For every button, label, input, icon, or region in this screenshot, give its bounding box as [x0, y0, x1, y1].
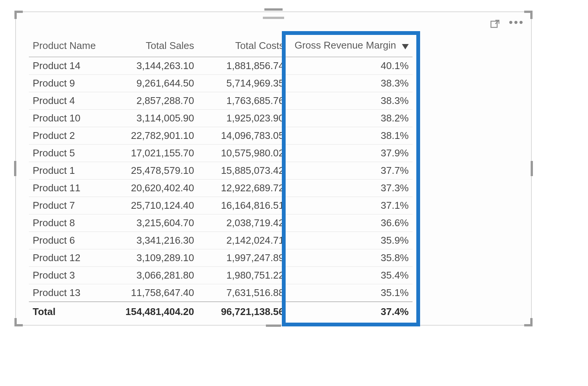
- table-row[interactable]: Product 517,021,155.7010,575,980.0237.9%: [29, 144, 413, 162]
- column-header-label: Gross Revenue Margin: [294, 39, 396, 51]
- cell-total-costs: 12,922,689.72: [198, 179, 288, 197]
- cell-total-costs: 10,575,980.02: [198, 144, 288, 162]
- cell-product-name: Product 3: [29, 266, 107, 284]
- sort-descending-icon: [402, 40, 409, 52]
- cell-total-sales: 25,710,124.40: [107, 197, 198, 214]
- focus-mode-icon[interactable]: [490, 19, 500, 30]
- data-table: Product Name Total Sales Total Costs Gro…: [29, 36, 413, 320]
- table-header-row: Product Name Total Sales Total Costs Gro…: [29, 36, 413, 57]
- table-row[interactable]: Product 725,710,124.4016,164,816.5137.1%: [29, 197, 413, 214]
- cell-total-costs: 1,980,751.22: [198, 266, 288, 284]
- cell-product-name: Product 5: [29, 144, 107, 162]
- cell-product-name: Product 2: [29, 127, 107, 144]
- cell-gross-revenue-margin: 37.3%: [288, 179, 413, 197]
- cell-product-name: Product 6: [29, 232, 107, 249]
- drag-handle-icon[interactable]: [264, 8, 283, 11]
- column-header-total-costs[interactable]: Total Costs: [198, 36, 288, 57]
- table-row[interactable]: Product 125,478,579.1015,885,073.4237.7%: [29, 162, 413, 179]
- cell-gross-revenue-margin: 35.1%: [288, 284, 413, 302]
- cell-product-name: Product 10: [29, 109, 107, 127]
- more-options-icon[interactable]: •••: [509, 20, 524, 28]
- cell-total-sales: 22,782,901.10: [107, 127, 198, 144]
- cell-total-sales: 3,066,281.80: [107, 266, 198, 284]
- total-sales: 154,481,404.20: [107, 302, 198, 320]
- total-margin: 37.4%: [288, 302, 413, 320]
- cell-product-name: Product 8: [29, 214, 107, 232]
- cell-gross-revenue-margin: 37.9%: [288, 144, 413, 162]
- column-header-product-name[interactable]: Product Name: [29, 36, 107, 57]
- cell-total-sales: 9,261,644.50: [107, 74, 198, 92]
- cell-product-name: Product 13: [29, 284, 107, 302]
- total-label: Total: [29, 302, 107, 320]
- table-row[interactable]: Product 42,857,288.701,763,685.7638.3%: [29, 92, 413, 109]
- cell-gross-revenue-margin: 38.3%: [288, 92, 413, 109]
- cell-gross-revenue-margin: 37.1%: [288, 197, 413, 214]
- table-row[interactable]: Product 1120,620,402.4012,922,689.7237.3…: [29, 179, 413, 197]
- table-visual-container[interactable]: ••• Product Name Total Sales Total Costs…: [15, 11, 532, 326]
- cell-gross-revenue-margin: 37.7%: [288, 162, 413, 179]
- cell-total-sales: 3,109,289.10: [107, 249, 198, 266]
- resize-handle-top-left[interactable]: [14, 11, 23, 19]
- cell-product-name: Product 4: [29, 92, 107, 109]
- cell-total-costs: 1,881,856.74: [198, 57, 288, 75]
- table-row[interactable]: Product 103,114,005.901,925,023.9038.2%: [29, 109, 413, 127]
- resize-handle-bottom[interactable]: [266, 325, 281, 327]
- cell-gross-revenue-margin: 36.6%: [288, 214, 413, 232]
- cell-gross-revenue-margin: 38.1%: [288, 127, 413, 144]
- cell-total-sales: 25,478,579.10: [107, 162, 198, 179]
- table-row[interactable]: Product 99,261,644.505,714,969.3538.3%: [29, 74, 413, 92]
- cell-product-name: Product 7: [29, 197, 107, 214]
- table-row[interactable]: Product 63,341,216.302,142,024.7135.9%: [29, 232, 413, 249]
- resize-handle-right[interactable]: [531, 161, 533, 176]
- table-row[interactable]: Product 222,782,901.1014,096,783.0538.1%: [29, 127, 413, 144]
- table-total-row: Total 154,481,404.20 96,721,138.56 37.4%: [29, 302, 413, 320]
- column-header-gross-revenue-margin[interactable]: Gross Revenue Margin: [288, 36, 413, 57]
- cell-total-costs: 1,925,023.90: [198, 109, 288, 127]
- cell-product-name: Product 14: [29, 57, 107, 75]
- cell-total-costs: 7,631,516.88: [198, 284, 288, 302]
- cell-product-name: Product 12: [29, 249, 107, 266]
- cell-total-costs: 2,038,719.42: [198, 214, 288, 232]
- cell-total-costs: 2,142,024.71: [198, 232, 288, 249]
- cell-total-costs: 1,997,247.89: [198, 249, 288, 266]
- table-row[interactable]: Product 123,109,289.101,997,247.8935.8%: [29, 249, 413, 266]
- table-row[interactable]: Product 83,215,604.702,038,719.4236.6%: [29, 214, 413, 232]
- resize-handle-bottom-left[interactable]: [14, 318, 23, 326]
- svg-rect-0: [491, 21, 497, 27]
- resize-handle-left[interactable]: [14, 161, 16, 176]
- resize-handle-top-right[interactable]: [524, 11, 533, 19]
- cell-gross-revenue-margin: 38.3%: [288, 74, 413, 92]
- total-costs: 96,721,138.56: [198, 302, 288, 320]
- cell-total-sales: 20,620,402.40: [107, 179, 198, 197]
- cell-total-sales: 3,144,263.10: [107, 57, 198, 75]
- cell-gross-revenue-margin: 38.2%: [288, 109, 413, 127]
- cell-gross-revenue-margin: 35.8%: [288, 249, 413, 266]
- cell-product-name: Product 1: [29, 162, 107, 179]
- svg-marker-2: [402, 44, 409, 49]
- table-row[interactable]: Product 1311,758,647.407,631,516.8835.1%: [29, 284, 413, 302]
- cell-total-sales: 2,857,288.70: [107, 92, 198, 109]
- table-row[interactable]: Product 143,144,263.101,881,856.7440.1%: [29, 57, 413, 75]
- cell-total-sales: 3,215,604.70: [107, 214, 198, 232]
- cell-total-sales: 11,758,647.40: [107, 284, 198, 302]
- cell-total-costs: 16,164,816.51: [198, 197, 288, 214]
- cell-gross-revenue-margin: 35.4%: [288, 266, 413, 284]
- cell-product-name: Product 11: [29, 179, 107, 197]
- resize-handle-bottom-right[interactable]: [524, 318, 533, 326]
- cell-gross-revenue-margin: 35.9%: [288, 232, 413, 249]
- cell-product-name: Product 9: [29, 74, 107, 92]
- cell-total-costs: 15,885,073.42: [198, 162, 288, 179]
- column-header-total-sales[interactable]: Total Sales: [107, 36, 198, 57]
- cell-total-costs: 5,714,969.35: [198, 74, 288, 92]
- cell-total-costs: 14,096,783.05: [198, 127, 288, 144]
- table-row[interactable]: Product 33,066,281.801,980,751.2235.4%: [29, 266, 413, 284]
- cell-total-costs: 1,763,685.76: [198, 92, 288, 109]
- cell-total-sales: 3,341,216.30: [107, 232, 198, 249]
- cell-total-sales: 3,114,005.90: [107, 109, 198, 127]
- cell-gross-revenue-margin: 40.1%: [288, 57, 413, 75]
- cell-total-sales: 17,021,155.70: [107, 144, 198, 162]
